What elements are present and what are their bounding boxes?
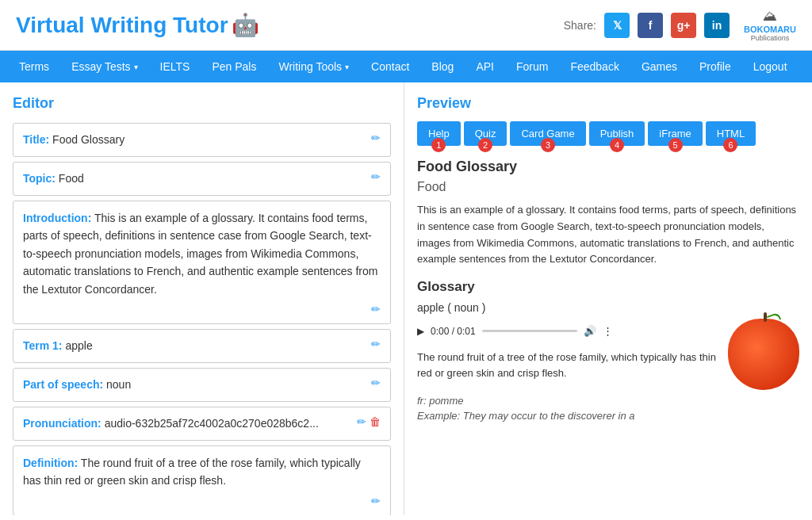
facebook-share-button[interactable]: f xyxy=(638,13,663,38)
html-badge: 6 xyxy=(723,138,737,152)
intro-edit-icon[interactable]: ✏ xyxy=(371,303,381,315)
term1-content: Term 1: apple xyxy=(23,338,365,354)
pos-edit-icon[interactable]: ✏ xyxy=(371,377,381,389)
term1-edit-icon[interactable]: ✏ xyxy=(371,338,381,350)
intro-label: Introduction: xyxy=(23,212,91,224)
intro-field: Introduction: This is an example of a gl… xyxy=(13,201,391,324)
apple-image xyxy=(728,319,799,390)
nav-contact[interactable]: Contact xyxy=(360,51,420,82)
nav-ielts[interactable]: IELTS xyxy=(149,51,201,82)
pronunciation-delete-icon[interactable]: 🗑 xyxy=(370,415,381,428)
publisher-icon: ⛰ xyxy=(763,8,777,25)
nav-feedback[interactable]: Feedback xyxy=(559,51,630,82)
intro-icon-row: ✏ xyxy=(23,303,381,315)
audio-player: ▶ 0:00 / 0:01 🔊 ⋮ xyxy=(417,319,718,343)
apple-translation: fr: pomme xyxy=(417,395,799,407)
nav-blog[interactable]: Blog xyxy=(420,51,465,82)
play-icon[interactable]: ▶ xyxy=(417,326,424,337)
pronunciation-edit-icon[interactable]: ✏ xyxy=(357,415,366,428)
logo: Virtual Writing Tutor 🤖 xyxy=(16,12,259,38)
nav-pen-pals[interactable]: Pen Pals xyxy=(201,51,267,82)
title-field: Title: Food Glossary ✏ xyxy=(13,123,391,157)
definition-field: Definition: The round fruit of a tree of… xyxy=(13,445,391,515)
logo-black: Virtual xyxy=(16,13,90,37)
nav-api[interactable]: API xyxy=(465,51,505,82)
googleplus-share-button[interactable]: g+ xyxy=(671,13,696,38)
publish-badge: 4 xyxy=(610,138,624,152)
header-right: Share: 𝕏 f g+ in ⛰ BOKOMARU Publications xyxy=(564,8,796,42)
preview-title: Preview xyxy=(417,95,799,112)
glossary-entry-apple: apple ( noun ) ▶ 0:00 / 0:01 🔊 ⋮ The rou… xyxy=(417,301,799,422)
navigation: Terms Essay Tests IELTS Pen Pals Writing… xyxy=(0,51,812,82)
pronunciation-field: Pronunciation: audio-632b25af72c4002a0c2… xyxy=(13,407,391,441)
topic-content: Topic: Food xyxy=(23,170,365,187)
apple-example: Example: They may occur to the discovere… xyxy=(417,410,799,422)
pos-field: Part of speech: noun ✏ xyxy=(13,368,391,402)
card-game-badge: 3 xyxy=(541,138,555,152)
publish-btn[interactable]: Publish 4 xyxy=(589,121,645,146)
nav-essay-tests-label: Essay Tests xyxy=(71,60,137,73)
nav-terms[interactable]: Terms xyxy=(8,51,60,82)
publisher-sub: Publications xyxy=(751,34,790,42)
apple-placeholder xyxy=(728,319,799,390)
pronunciation-content: Pronunciation: audio-632b25af72c4002a0c2… xyxy=(23,415,350,432)
logo-robot-icon: 🤖 xyxy=(232,12,259,38)
nav-writing-tools-label: Writing Tools xyxy=(278,60,349,73)
iframe-badge: 5 xyxy=(668,138,683,152)
term1-label: Term 1: xyxy=(23,339,63,352)
logo-blue: Writing Tutor xyxy=(90,13,228,37)
pronunciation-label: Pronunciation: xyxy=(23,417,102,430)
glossary-term: apple ( noun ) xyxy=(417,301,799,314)
topic-edit-icon[interactable]: ✏ xyxy=(371,170,381,183)
twitter-share-button[interactable]: 𝕏 xyxy=(604,13,630,38)
audio-progress-bar[interactable] xyxy=(482,330,577,332)
definition-edit-icon[interactable]: ✏ xyxy=(371,495,381,507)
preview-intro: This is an example of a glossary. It con… xyxy=(417,202,799,268)
nav-profile[interactable]: Profile xyxy=(688,51,742,82)
help-btn[interactable]: Help 1 xyxy=(417,121,461,146)
definition-label: Definition: xyxy=(23,457,78,469)
volume-icon[interactable]: 🔊 xyxy=(584,325,596,337)
preview-panel: Preview Help 1 Quiz 2 Card Game 3 Publis… xyxy=(404,82,812,515)
preview-content: Food Glossary Food This is an example of… xyxy=(417,159,799,422)
quiz-btn[interactable]: Quiz 2 xyxy=(464,121,508,146)
linkedin-share-button[interactable]: in xyxy=(704,13,730,38)
publisher-name: BOKOMARU xyxy=(744,25,796,34)
preview-glossary-title: Food Glossary xyxy=(417,159,799,175)
nav-forum[interactable]: Forum xyxy=(505,51,559,82)
nav-games[interactable]: Games xyxy=(630,51,688,82)
nav-writing-tools[interactable]: Writing Tools xyxy=(267,51,360,82)
iframe-btn[interactable]: iFrame 5 xyxy=(648,121,702,146)
preview-buttons: Help 1 Quiz 2 Card Game 3 Publish 4 iFra… xyxy=(417,121,799,146)
topic-label: Topic: xyxy=(23,172,56,185)
nav-logout[interactable]: Logout xyxy=(742,51,799,82)
help-badge: 1 xyxy=(431,138,446,152)
title-value: Food Glossary xyxy=(52,133,124,146)
audio-more-icon[interactable]: ⋮ xyxy=(603,325,613,337)
html-btn[interactable]: HTML 6 xyxy=(706,121,756,146)
topic-field: Topic: Food ✏ xyxy=(13,162,391,196)
main-container: Editor Title: Food Glossary ✏ Topic: Foo… xyxy=(0,82,812,515)
pronunciation-value: audio-632b25af72c4002a0c270e028b6c2... xyxy=(105,417,319,430)
pos-label: Part of speech: xyxy=(23,378,103,391)
title-label: Title: xyxy=(23,133,49,146)
publisher-logo: ⛰ BOKOMARU Publications xyxy=(744,8,796,42)
header: Virtual Writing Tutor 🤖 Share: 𝕏 f g+ in… xyxy=(0,0,812,51)
logo-text: Virtual Writing Tutor xyxy=(16,13,228,38)
title-content: Title: Food Glossary xyxy=(23,132,365,148)
term1-value: apple xyxy=(65,339,92,352)
preview-topic: Food xyxy=(417,180,799,194)
term1-field: Term 1: apple ✏ xyxy=(13,329,391,363)
title-edit-icon[interactable]: ✏ xyxy=(371,132,381,144)
topic-value: Food xyxy=(59,172,84,185)
intro-content: Introduction: This is an example of a gl… xyxy=(23,209,381,298)
nav-essay-tests[interactable]: Essay Tests xyxy=(60,51,148,82)
glossary-heading: Glossary xyxy=(417,279,799,295)
editor-panel: Editor Title: Food Glossary ✏ Topic: Foo… xyxy=(0,82,404,515)
share-label: Share: xyxy=(564,19,596,32)
pos-content: Part of speech: noun xyxy=(23,377,365,393)
definition-content: Definition: The round fruit of a tree of… xyxy=(23,454,381,490)
apple-definition: The round fruit of a tree of the rose fa… xyxy=(417,350,718,380)
pos-value: noun xyxy=(106,378,131,391)
card-game-btn[interactable]: Card Game 3 xyxy=(510,121,585,146)
